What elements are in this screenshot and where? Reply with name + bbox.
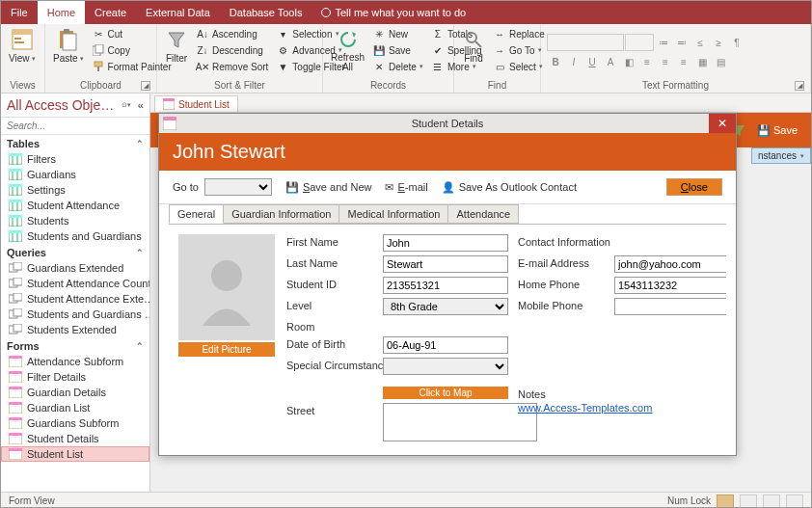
nav-search-input[interactable]: [5, 120, 146, 132]
numbering-button[interactable]: ≕: [673, 34, 690, 51]
form-icon: [9, 433, 22, 444]
email-input[interactable]: [614, 255, 726, 273]
advanced-icon: ⚙: [276, 43, 289, 57]
mobile-phone-input[interactable]: [614, 298, 726, 315]
nav-item[interactable]: Attendance Subform: [1, 354, 149, 369]
remove-sort-button[interactable]: A✕Remove Sort: [194, 59, 270, 74]
edit-picture-button[interactable]: Edit Picture: [178, 342, 275, 357]
goto-button[interactable]: →Go To▾: [491, 42, 547, 58]
align-left-button[interactable]: ≡: [638, 53, 656, 70]
tab-attendance[interactable]: Attendance: [447, 204, 519, 224]
save-outlook-button[interactable]: 👤Save As Outlook Contact: [442, 181, 577, 194]
dialog-close-button[interactable]: Close: [666, 178, 722, 196]
text-direction-button[interactable]: ¶: [728, 34, 745, 51]
view-form-button[interactable]: [717, 495, 734, 508]
svg-rect-42: [14, 293, 22, 301]
delete-record-button[interactable]: ✕Delete▾: [370, 59, 425, 74]
nav-group-forms[interactable]: Forms⌃: [1, 337, 149, 354]
spelling-icon: ✔: [431, 43, 445, 57]
nav-item[interactable]: Students: [1, 213, 149, 228]
nav-item[interactable]: Student List: [1, 446, 149, 462]
nav-item[interactable]: Guardians Extended: [1, 260, 149, 276]
tab-home[interactable]: Home: [38, 1, 85, 24]
view-button[interactable]: View▾: [7, 26, 38, 66]
view-design-button[interactable]: [786, 495, 803, 508]
nav-item[interactable]: Student Attendance: [1, 198, 149, 213]
view-layout-button[interactable]: [763, 495, 780, 508]
align-center-button[interactable]: ≡: [657, 53, 674, 70]
nav-item[interactable]: Students Extended: [1, 322, 149, 337]
tab-database-tools[interactable]: Database Tools: [220, 1, 312, 24]
first-name-input[interactable]: [383, 234, 508, 252]
font-size-select[interactable]: [625, 34, 654, 51]
tab-medical[interactable]: Medical Information: [338, 204, 448, 224]
email-button[interactable]: ✉E-mail: [385, 181, 427, 194]
fill-color-button[interactable]: ◧: [620, 53, 637, 70]
nav-item[interactable]: Guardians: [1, 167, 149, 182]
nav-item[interactable]: Filters: [1, 151, 149, 167]
alt-row-button[interactable]: ▤: [712, 53, 729, 70]
level-select[interactable]: 8th Grade: [383, 298, 508, 315]
indent-right-button[interactable]: ≥: [710, 34, 727, 51]
click-to-map-button[interactable]: Click to Map: [383, 387, 508, 399]
tab-guardian[interactable]: Guardian Information: [223, 204, 339, 224]
refresh-all-button[interactable]: Refresh All: [329, 26, 366, 74]
tab-external-data[interactable]: External Data: [136, 1, 220, 24]
tab-create[interactable]: Create: [85, 1, 136, 24]
form-icon: [163, 98, 175, 110]
form-icon: [9, 417, 22, 429]
svg-rect-38: [14, 262, 22, 270]
italic-button[interactable]: I: [565, 53, 582, 70]
templates-link[interactable]: www.Access-Templates.com: [518, 402, 652, 414]
nav-item[interactable]: Settings: [1, 182, 149, 198]
street-input[interactable]: [383, 403, 537, 441]
textfmt-launcher[interactable]: ◢: [795, 81, 804, 91]
indent-left-button[interactable]: ≤: [691, 34, 709, 51]
new-record-button[interactable]: ✳New: [370, 26, 425, 41]
clipboard-launcher[interactable]: ◢: [141, 81, 150, 91]
nav-group-tables[interactable]: Tables⌃: [1, 135, 149, 151]
home-phone-input[interactable]: [614, 277, 726, 294]
save-list-button[interactable]: 💾Save: [753, 113, 801, 147]
nav-item[interactable]: Student Attendance Count: [1, 276, 149, 291]
bold-button[interactable]: B: [547, 53, 564, 70]
grid-column-hint[interactable]: nstances▾: [751, 147, 811, 164]
tab-file[interactable]: File: [1, 1, 38, 24]
nav-item[interactable]: Guardians Subform: [1, 415, 149, 431]
special-select[interactable]: [383, 358, 508, 375]
align-right-button[interactable]: ≡: [675, 53, 692, 70]
nav-collapse-icon[interactable]: «: [138, 99, 144, 111]
nav-group-queries[interactable]: Queries⌃: [1, 244, 149, 260]
last-name-input[interactable]: [383, 255, 508, 273]
paste-button[interactable]: Paste▾: [51, 26, 86, 66]
nav-item[interactable]: Students and Guardians …: [1, 307, 149, 322]
sort-desc-button[interactable]: Z↓Descending: [194, 42, 270, 58]
dialog-close-x[interactable]: ✕: [709, 114, 736, 133]
tab-general[interactable]: General: [169, 204, 224, 224]
view-datasheet-button[interactable]: [740, 495, 757, 508]
replace-button[interactable]: ↔Replace: [491, 26, 547, 41]
student-id-input[interactable]: [383, 277, 508, 294]
nav-dropdown-icon[interactable]: ⊙▾: [122, 101, 131, 109]
find-button[interactable]: Find: [460, 26, 487, 66]
gridlines-button[interactable]: ▦: [693, 53, 711, 70]
select-button[interactable]: ▭Select▾: [491, 59, 547, 74]
underline-button[interactable]: U: [583, 53, 601, 70]
bullets-button[interactable]: ≔: [655, 34, 672, 51]
filter-button[interactable]: Filter: [163, 26, 190, 66]
sort-asc-button[interactable]: A↓Ascending: [194, 26, 270, 41]
save-and-new-button[interactable]: 💾Save and New: [285, 181, 372, 194]
nav-item[interactable]: Guardian List: [1, 400, 149, 415]
dob-input[interactable]: [383, 336, 508, 354]
nav-item[interactable]: Student Attendance Exte…: [1, 291, 149, 307]
doc-tab-student-list[interactable]: Student List: [154, 95, 238, 112]
tell-me-search[interactable]: Tell me what you want to do: [311, 1, 466, 24]
font-select[interactable]: [547, 34, 624, 51]
goto-select[interactable]: [204, 178, 272, 196]
save-record-button[interactable]: 💾Save: [370, 42, 425, 58]
nav-item[interactable]: Filter Details: [1, 369, 149, 385]
nav-item[interactable]: Students and Guardians: [1, 228, 149, 244]
nav-item[interactable]: Guardian Details: [1, 385, 149, 400]
nav-item[interactable]: Student Details: [1, 431, 149, 446]
font-color-button[interactable]: A: [602, 53, 619, 70]
